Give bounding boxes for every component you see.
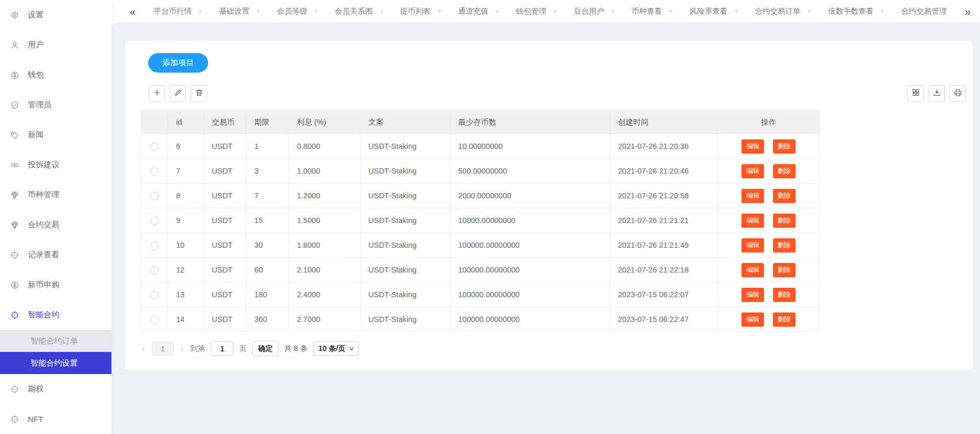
cell-id: 10 bbox=[168, 233, 204, 258]
tab-label: 风险率查看 bbox=[689, 6, 728, 16]
row-edit-button[interactable]: 编辑 bbox=[741, 263, 764, 277]
page-size-select[interactable]: 10 条/页 ∨ bbox=[313, 341, 359, 356]
sidebar-item[interactable]: 管理员 bbox=[0, 90, 111, 120]
row-delete-button[interactable]: 删除 bbox=[773, 263, 796, 277]
sidebar-item-label: 设置 bbox=[28, 10, 44, 20]
tab[interactable]: 币种查看 × bbox=[632, 6, 673, 16]
row-radio[interactable] bbox=[150, 316, 159, 324]
row-delete-button[interactable]: 删除 bbox=[773, 312, 796, 327]
row-radio[interactable] bbox=[150, 217, 159, 225]
sidebar-subitem[interactable]: 智能合约设置 bbox=[0, 352, 111, 374]
toolbar-delete-button[interactable] bbox=[191, 85, 207, 102]
sidebar-item[interactable]: 新币申购 bbox=[0, 270, 111, 300]
row-edit-button[interactable]: 编辑 bbox=[741, 288, 764, 302]
row-radio-cell bbox=[141, 233, 168, 258]
tab[interactable]: 基础设置 × bbox=[219, 6, 261, 16]
tab-close-icon[interactable]: × bbox=[734, 8, 738, 15]
row-radio[interactable] bbox=[150, 143, 159, 151]
toolbar-print-button[interactable] bbox=[950, 85, 966, 102]
row-edit-button[interactable]: 编辑 bbox=[741, 139, 764, 154]
sidebar-item[interactable]: 期权 bbox=[0, 374, 111, 404]
row-radio[interactable] bbox=[150, 241, 159, 250]
row-edit-button[interactable]: 编辑 bbox=[741, 238, 764, 253]
cell-actions: 编辑 删除 bbox=[718, 184, 820, 208]
tab-close-icon[interactable]: × bbox=[256, 8, 261, 15]
overflow-tabs-right-icon[interactable]: » bbox=[965, 6, 971, 17]
add-project-button[interactable]: 添加项目 bbox=[148, 53, 208, 73]
sidebar-menu: 设置 用户 钱包 管理员 新闻 bbox=[0, 0, 111, 434]
tab[interactable]: 钱包管理 × bbox=[516, 6, 558, 16]
cell-created-at: 2021-07-26 21:20:36 bbox=[610, 134, 718, 159]
sidebar-item-icon bbox=[11, 131, 19, 139]
tab-close-icon[interactable]: × bbox=[808, 8, 812, 15]
sidebar-item-icon bbox=[11, 311, 19, 319]
sidebar-item[interactable]: 智能合约 bbox=[0, 300, 111, 330]
sidebar-subitem[interactable]: 智能合约订单 bbox=[0, 330, 111, 352]
row-edit-button[interactable]: 编辑 bbox=[741, 214, 764, 228]
row-delete-button[interactable]: 删除 bbox=[773, 288, 796, 302]
sidebar-item[interactable]: 设置 bbox=[0, 0, 111, 30]
tab-close-icon[interactable]: × bbox=[314, 8, 318, 15]
row-edit-button[interactable]: 编辑 bbox=[741, 189, 764, 203]
sidebar-item[interactable]: 用户 bbox=[0, 30, 111, 60]
tab[interactable]: 通道充值 × bbox=[458, 6, 500, 16]
sidebar-item[interactable]: 记录查看 bbox=[0, 240, 111, 270]
sidebar-item[interactable]: NFT bbox=[0, 404, 111, 434]
column-header-min-deposit: 最少存币数 bbox=[450, 110, 610, 134]
cell-min-deposit: 100000.00000000 bbox=[450, 233, 610, 258]
row-delete-button[interactable]: 删除 bbox=[773, 238, 796, 253]
row-radio[interactable] bbox=[150, 291, 159, 299]
tab[interactable]: 后台用户 × bbox=[574, 6, 615, 16]
prev-page-button[interactable]: ‹ bbox=[141, 344, 146, 353]
sidebar-item-label: NFT bbox=[28, 415, 43, 423]
sidebar-item[interactable]: 合约交易 bbox=[0, 210, 111, 240]
tab[interactable]: 提币列表 × bbox=[400, 6, 442, 16]
row-edit-button[interactable]: 编辑 bbox=[741, 312, 764, 327]
toolbar-add-button[interactable] bbox=[149, 85, 165, 102]
tab-close-icon[interactable]: × bbox=[881, 8, 885, 15]
tab[interactable]: 合约交易订单 × bbox=[755, 6, 812, 16]
next-page-button[interactable]: › bbox=[180, 344, 185, 353]
row-radio[interactable] bbox=[150, 266, 159, 275]
tab[interactable]: 平台币行情 × bbox=[153, 6, 202, 16]
cell-text: USDT-Staking bbox=[360, 258, 450, 282]
cell-created-at: 2023-07-15 06:22:47 bbox=[610, 307, 718, 332]
row-delete-button[interactable]: 删除 bbox=[773, 189, 796, 203]
tab[interactable]: 风险率查看 × bbox=[689, 6, 738, 16]
row-delete-button[interactable]: 删除 bbox=[773, 164, 796, 178]
tab-close-icon[interactable]: × bbox=[379, 8, 384, 15]
tab[interactable]: 会员关系图 × bbox=[335, 6, 384, 16]
toolbar-columns-button[interactable] bbox=[907, 85, 924, 102]
row-radio[interactable] bbox=[150, 192, 159, 200]
toolbar-edit-button[interactable] bbox=[170, 85, 186, 102]
sidebar-item[interactable]: 钱包 bbox=[0, 60, 111, 90]
tab[interactable]: 会员等级 × bbox=[277, 6, 318, 16]
tab-close-icon[interactable]: × bbox=[438, 8, 442, 15]
sidebar-subitem-label: 智能合约订单 bbox=[30, 336, 78, 346]
row-delete-button[interactable]: 删除 bbox=[773, 139, 796, 154]
sidebar-item-icon bbox=[11, 385, 19, 393]
tab-close-icon[interactable]: × bbox=[496, 8, 500, 15]
tab-close-icon[interactable]: × bbox=[611, 8, 615, 15]
row-edit-button[interactable]: 编辑 bbox=[741, 164, 764, 178]
print-icon bbox=[954, 88, 962, 98]
main-column: « 平台币行情 × 基础设置 × 会员等级 × bbox=[111, 0, 980, 434]
sidebar-item[interactable]: 投拆建议 bbox=[0, 150, 111, 180]
row-delete-button[interactable]: 删除 bbox=[773, 214, 796, 228]
tab-close-icon[interactable]: × bbox=[669, 8, 673, 15]
row-radio[interactable] bbox=[150, 167, 159, 176]
tab-close-icon[interactable]: × bbox=[199, 8, 203, 15]
confirm-page-button[interactable]: 确定 bbox=[252, 341, 278, 356]
tab[interactable]: 合约交易管理 bbox=[901, 6, 947, 16]
tab-close-icon[interactable]: × bbox=[553, 8, 558, 15]
current-page-indicator[interactable]: 1 bbox=[152, 341, 174, 356]
cell-created-at: 2021-07-26 21:20:58 bbox=[610, 184, 718, 208]
table-row: 14 USDT 360 2.7000 USDT-Staking 100000.0… bbox=[141, 307, 820, 332]
sidebar-item[interactable]: 币种管理 bbox=[0, 180, 111, 210]
goto-page-input[interactable] bbox=[211, 341, 233, 356]
collapse-tabs-left-icon[interactable]: « bbox=[130, 6, 136, 17]
toolbar-export-button[interactable] bbox=[929, 85, 945, 102]
sidebar-item[interactable]: 新闻 bbox=[0, 120, 111, 150]
row-radio-cell bbox=[141, 159, 168, 184]
tab[interactable]: 倍数手数查看 × bbox=[828, 6, 885, 16]
